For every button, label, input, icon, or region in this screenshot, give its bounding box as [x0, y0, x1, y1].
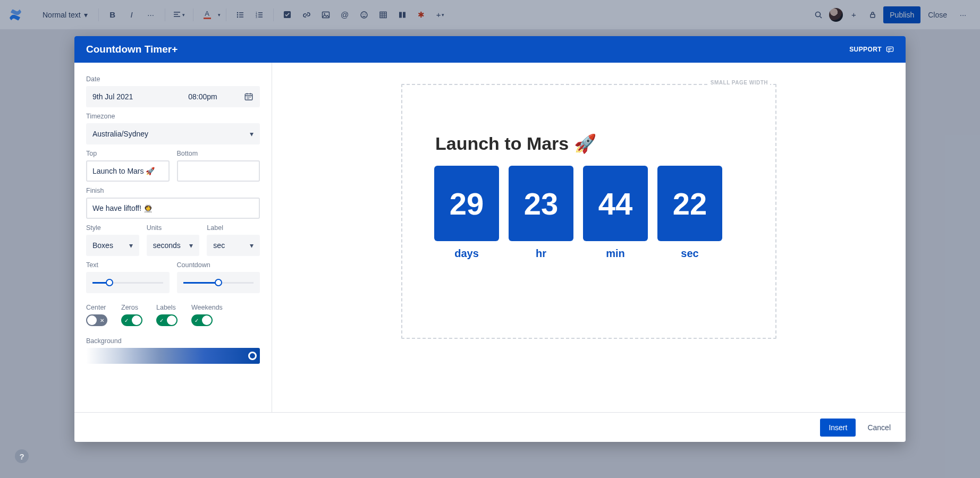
- countdown-unit: hr: [509, 247, 573, 260]
- countdown-num: 44: [583, 166, 648, 241]
- labels-toggle[interactable]: ✓: [156, 314, 178, 326]
- chevron-down-icon: ▾: [250, 241, 254, 250]
- bottom-input[interactable]: [177, 160, 260, 182]
- countdown-size-slider[interactable]: [177, 272, 260, 293]
- countdown-unit: min: [583, 247, 648, 260]
- preview-frame: SMALL PAGE WIDTH Launch to Mars 🚀 29 day…: [401, 84, 776, 339]
- text-size-slider[interactable]: [86, 272, 170, 293]
- finish-input[interactable]: We have liftoff! 👩‍🚀: [86, 198, 260, 219]
- svg-point-23: [248, 98, 249, 99]
- center-toggle[interactable]: ✕: [86, 314, 107, 326]
- modal-footer: Insert Cancel: [74, 412, 906, 442]
- timezone-value: Australia/Sydney: [92, 130, 148, 138]
- support-link[interactable]: SUPPORT: [849, 46, 894, 54]
- background-label: Background: [86, 337, 260, 345]
- modal-header: Countdown Timer+ SUPPORT: [74, 36, 906, 63]
- countdown-box-min: 44 min: [583, 166, 648, 260]
- feedback-icon: [886, 46, 894, 54]
- date-label: Date: [86, 75, 260, 83]
- finish-value: We have liftoff! 👩‍🚀: [92, 204, 153, 212]
- svg-point-19: [247, 97, 248, 98]
- svg-point-20: [248, 97, 249, 98]
- zeros-toggle-label: Zeros: [121, 304, 142, 311]
- units-label: Units: [147, 224, 200, 232]
- text-slider-label: Text: [86, 261, 170, 269]
- units-value: seconds: [153, 241, 181, 250]
- weekends-toggle-label: Weekends: [191, 304, 223, 311]
- countdown-unit: sec: [657, 247, 722, 260]
- svg-point-21: [250, 97, 251, 98]
- preview-area: SMALL PAGE WIDTH Launch to Mars 🚀 29 day…: [272, 63, 906, 412]
- countdown-box-sec: 22 sec: [657, 166, 722, 260]
- timezone-label: Timezone: [86, 113, 260, 120]
- countdown-unit: days: [434, 247, 499, 260]
- countdown-slider-label: Countdown: [177, 261, 260, 269]
- svg-point-22: [247, 98, 248, 99]
- modal-title: Countdown Timer+: [86, 44, 178, 55]
- color-handle-icon: [248, 352, 257, 360]
- top-input[interactable]: Launch to Mars 🚀: [86, 160, 170, 182]
- date-field[interactable]: 9th Jul 2021 08:00pm: [86, 86, 260, 107]
- top-label: Top: [86, 150, 170, 157]
- zeros-toggle[interactable]: ✓: [121, 314, 142, 326]
- time-value: 08:00pm: [188, 92, 217, 101]
- label-value: sec: [213, 241, 225, 250]
- top-value: Launch to Mars 🚀: [92, 167, 155, 175]
- countdown-box-hr: 23 hr: [509, 166, 573, 260]
- chevron-down-icon: ▾: [129, 241, 133, 250]
- background-color-slider[interactable]: [86, 348, 260, 364]
- countdown-box-days: 29 days: [434, 166, 499, 260]
- style-label: Style: [86, 224, 139, 232]
- config-panel: Date 9th Jul 2021 08:00pm Timezone Austr…: [74, 63, 272, 412]
- finish-label: Finish: [86, 187, 260, 194]
- center-toggle-label: Center: [86, 304, 107, 311]
- date-value: 9th Jul 2021: [92, 92, 133, 101]
- cancel-button[interactable]: Cancel: [864, 423, 894, 432]
- style-select[interactable]: Boxes▾: [86, 235, 139, 256]
- calendar-icon: [244, 92, 254, 101]
- chevron-down-icon: ▾: [250, 130, 254, 138]
- units-select[interactable]: seconds▾: [147, 235, 200, 256]
- help-icon[interactable]: ?: [15, 449, 29, 463]
- support-label: SUPPORT: [849, 46, 882, 53]
- style-value: Boxes: [92, 241, 113, 250]
- timezone-select[interactable]: Australia/Sydney ▾: [86, 123, 260, 144]
- svg-rect-17: [886, 47, 893, 51]
- countdown-title: Launch to Mars 🚀: [435, 133, 744, 154]
- countdown-boxes: 29 days 23 hr 44 min 22 sec: [434, 166, 744, 260]
- insert-button[interactable]: Insert: [820, 419, 856, 437]
- countdown-num: 22: [657, 166, 722, 241]
- countdown-num: 29: [434, 166, 499, 241]
- weekends-toggle[interactable]: ✓: [191, 314, 213, 326]
- label-label: Label: [207, 224, 260, 232]
- bottom-label: Bottom: [177, 150, 260, 157]
- countdown-num: 23: [509, 166, 573, 241]
- labels-toggle-label: Labels: [156, 304, 178, 311]
- label-select[interactable]: sec▾: [207, 235, 260, 256]
- frame-width-tag: SMALL PAGE WIDTH: [708, 80, 770, 86]
- chevron-down-icon: ▾: [189, 241, 193, 250]
- macro-config-modal: Countdown Timer+ SUPPORT Date 9th Jul 20…: [74, 36, 906, 442]
